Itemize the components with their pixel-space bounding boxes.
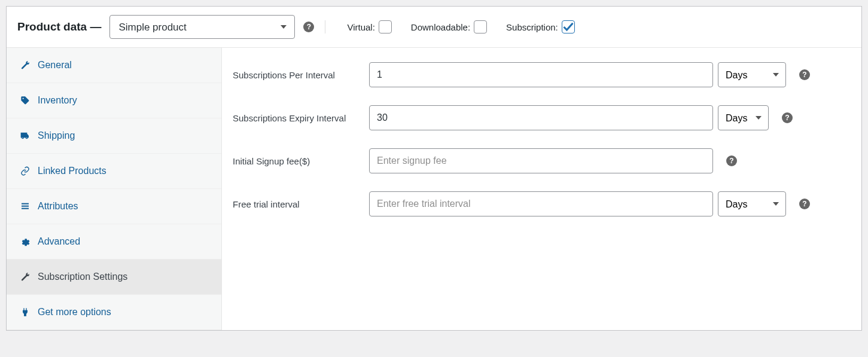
panel-header: Product data — Simple product ? Virtual:… xyxy=(7,7,861,48)
sidebar-item-general[interactable]: General xyxy=(7,48,221,83)
form-area: Subscriptions Per Interval Days ? Subscr… xyxy=(222,48,861,330)
trial-label: Free trial interval xyxy=(233,199,369,209)
product-type-select[interactable]: Simple product xyxy=(109,15,295,39)
list-icon xyxy=(20,201,31,212)
sidebar-item-label: Shipping xyxy=(38,130,75,141)
sidebar-item-subscription-settings[interactable]: Subscription Settings xyxy=(7,260,221,295)
sidebar-item-label: Subscription Settings xyxy=(38,271,127,282)
per-interval-unit-select[interactable]: Days xyxy=(718,62,786,87)
wrench-icon xyxy=(20,271,31,282)
expiry-input[interactable] xyxy=(369,105,713,130)
gear-icon xyxy=(20,236,31,247)
help-icon[interactable]: ? xyxy=(799,199,810,209)
product-data-panel: Product data — Simple product ? Virtual:… xyxy=(6,6,862,331)
sidebar-item-label: Get more options xyxy=(38,307,111,318)
downloadable-checkbox[interactable] xyxy=(474,20,487,33)
sidebar-item-label: Inventory xyxy=(38,95,77,106)
sidebar-item-label: Attributes xyxy=(38,201,78,212)
tag-icon xyxy=(20,95,31,106)
sidebar-item-linked[interactable]: Linked Products xyxy=(7,154,221,189)
panel-title: Product data — xyxy=(17,20,101,33)
svg-rect-2 xyxy=(22,208,29,209)
sidebar-item-label: General xyxy=(38,60,72,71)
trial-input[interactable] xyxy=(369,191,713,216)
subscription-label: Subscription: xyxy=(506,22,558,32)
link-icon xyxy=(20,166,31,176)
help-icon[interactable]: ? xyxy=(799,69,810,80)
sidebar: General Inventory Shipping Linked Produc… xyxy=(7,48,222,330)
help-icon[interactable]: ? xyxy=(726,155,737,166)
plug-icon xyxy=(20,307,31,318)
virtual-label: Virtual: xyxy=(347,22,374,32)
separator xyxy=(325,20,325,33)
sidebar-item-shipping[interactable]: Shipping xyxy=(7,118,221,154)
per-interval-label: Subscriptions Per Interval xyxy=(233,70,369,80)
expiry-unit-select[interactable]: Days xyxy=(718,105,769,130)
svg-rect-1 xyxy=(22,206,29,207)
sidebar-item-more-options[interactable]: Get more options xyxy=(7,295,221,330)
help-icon[interactable]: ? xyxy=(303,22,314,32)
expiry-label: Subscriptions Expiry Interval xyxy=(233,113,369,123)
sidebar-item-inventory[interactable]: Inventory xyxy=(7,83,221,118)
wrench-icon xyxy=(20,60,31,71)
svg-rect-0 xyxy=(22,203,29,205)
virtual-checkbox[interactable] xyxy=(379,20,392,33)
truck-icon xyxy=(20,130,31,141)
panel-body: General Inventory Shipping Linked Produc… xyxy=(7,48,861,330)
signup-fee-input[interactable] xyxy=(369,148,713,173)
sidebar-item-attributes[interactable]: Attributes xyxy=(7,189,221,224)
per-interval-input[interactable] xyxy=(369,62,713,87)
signup-fee-label: Initial Signup fee($) xyxy=(233,156,369,166)
help-icon[interactable]: ? xyxy=(782,112,793,123)
sidebar-item-label: Linked Products xyxy=(38,166,106,176)
sidebar-item-advanced[interactable]: Advanced xyxy=(7,224,221,260)
trial-unit-select[interactable]: Days xyxy=(718,191,786,216)
downloadable-label: Downloadable: xyxy=(411,22,470,32)
subscription-checkbox[interactable] xyxy=(562,20,575,33)
sidebar-item-label: Advanced xyxy=(38,236,80,247)
